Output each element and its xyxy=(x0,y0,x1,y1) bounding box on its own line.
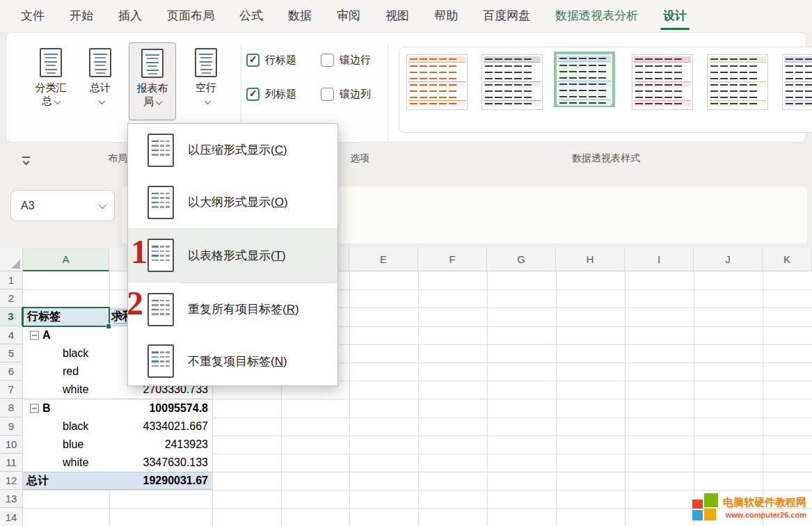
access-key: R xyxy=(287,303,295,316)
column-header-A[interactable]: A xyxy=(23,248,109,271)
ribbon-tabs: 文件开始插入页面布局公式数据审阅视图帮助百度网盘数据透视表分析设计 xyxy=(0,0,812,32)
row-header-12[interactable]: 12 xyxy=(0,472,23,490)
collapse-button[interactable] xyxy=(30,330,39,340)
column-header-E[interactable]: E xyxy=(349,248,418,271)
style-thumb-row xyxy=(709,81,766,88)
column-header-G[interactable]: G xyxy=(487,248,556,271)
tab-百度网盘[interactable]: 百度网盘 xyxy=(470,0,543,32)
pivot-row-value: 10095574.8 xyxy=(149,402,208,415)
blank-rows-button[interactable]: 空行 xyxy=(182,42,230,120)
report-layout-button[interactable]: 报表布 局 xyxy=(129,42,176,120)
row-header-5[interactable]: 5 xyxy=(0,344,23,362)
tab-页面布局[interactable]: 页面布局 xyxy=(154,0,227,32)
name-box[interactable]: A3 xyxy=(10,190,115,221)
row-header-14[interactable]: 14 xyxy=(0,508,23,526)
pivot-style-gallery xyxy=(399,47,812,133)
menu-item-label: 以表格形式显示(T) xyxy=(188,248,286,264)
active-tab-underline xyxy=(660,28,690,30)
style-thumb-row xyxy=(484,81,541,88)
menu-item-tabular-form[interactable]: 以表格形式显示(T) xyxy=(128,228,337,282)
tab-视图[interactable]: 视图 xyxy=(373,0,422,32)
style-thumb-row xyxy=(408,81,465,88)
pivot-style-pink[interactable] xyxy=(632,54,693,110)
checkbox-icon xyxy=(321,88,334,101)
report-layout-menu: 以压缩形式显示(C) 以大纲形式显示(O) 以表格形式显示(T) 重复所有项目标… xyxy=(127,123,338,386)
style-thumb-row xyxy=(484,56,541,63)
style-thumb-row xyxy=(558,87,611,93)
pivot-row-label: red xyxy=(63,365,79,378)
tab-数据[interactable]: 数据 xyxy=(276,0,324,32)
row-header-6[interactable]: 6 xyxy=(0,362,23,381)
row-header-3[interactable]: 3 xyxy=(0,308,23,326)
menu-item-do-not-repeat-item-labels[interactable]: 不重复项目标签(N) xyxy=(128,335,337,387)
tab-帮助[interactable]: 帮助 xyxy=(422,0,470,32)
style-thumb-row xyxy=(558,99,611,106)
pivot-row-总计[interactable]: 总计19290031.67 xyxy=(23,472,212,490)
chevron-down-icon xyxy=(99,200,106,208)
options-group-label: 选项 xyxy=(339,152,381,165)
row-header-10[interactable]: 10 xyxy=(0,436,23,454)
menu-item-repeat-item-labels[interactable]: 重复所有项目标签(R) xyxy=(128,283,337,335)
menu-item-outline-form[interactable]: 以大纲形式显示(O) xyxy=(128,176,337,228)
pivot-style-gray[interactable] xyxy=(481,54,543,110)
style-thumb-row xyxy=(784,69,812,75)
row-header-4[interactable]: 4 xyxy=(0,326,23,344)
minus-icon xyxy=(32,335,37,335)
formula-row: A3 xyxy=(0,182,812,248)
column-header-H[interactable]: H xyxy=(556,248,625,271)
tab-开始[interactable]: 开始 xyxy=(57,0,106,32)
annotation-step-2: 2 xyxy=(127,287,143,320)
subtotals-label: 分类汇 总 xyxy=(35,81,67,107)
chevron-down-icon xyxy=(98,97,105,104)
tab-文件[interactable]: 文件 xyxy=(8,0,57,32)
banded-rows-checkbox[interactable]: 镶边行 xyxy=(321,52,371,67)
row-header-2[interactable]: 2 xyxy=(0,289,23,308)
pivot-style-light-green[interactable] xyxy=(707,54,768,110)
access-key: T xyxy=(275,249,282,262)
style-thumb-row xyxy=(634,75,691,81)
pivot-style-light-blue[interactable] xyxy=(554,51,615,107)
collapse-button[interactable] xyxy=(30,404,39,413)
pivot-row-white[interactable]: white3347630.133 xyxy=(23,454,212,472)
row-header-7[interactable]: 7 xyxy=(0,381,23,399)
tab-设计[interactable]: 设计 xyxy=(651,0,699,32)
pivot-row-B[interactable]: B10095574.8 xyxy=(23,399,212,417)
subtotals-button[interactable]: 分类汇 总 xyxy=(27,42,74,120)
style-thumb-row xyxy=(484,69,541,75)
column-header-I[interactable]: I xyxy=(625,248,694,271)
row-header-8[interactable]: 8 xyxy=(0,399,23,417)
watermark: 电脑软硬件教程网 www.computer26.com xyxy=(691,493,806,522)
row-header-11[interactable]: 11 xyxy=(0,454,23,472)
fill-handle[interactable] xyxy=(106,324,111,329)
tab-公式[interactable]: 公式 xyxy=(227,0,276,32)
row-header-1[interactable]: 1 xyxy=(0,271,23,289)
watermark-text: 电脑软硬件教程网 www.computer26.com xyxy=(723,496,806,519)
banded-columns-checkbox[interactable]: 镶边列 xyxy=(321,86,371,102)
column-header-F[interactable]: F xyxy=(418,248,487,271)
style-thumb-row xyxy=(634,100,691,106)
style-thumb-row xyxy=(408,56,465,63)
menu-item-compact-form[interactable]: 以压缩形式显示(C) xyxy=(128,124,337,176)
tab-审阅[interactable]: 审阅 xyxy=(324,0,373,32)
column-header-J[interactable]: J xyxy=(694,248,763,271)
pivot-row-blue[interactable]: blue2413923 xyxy=(23,436,212,454)
menu-item-label: 以大纲形式显示(O) xyxy=(188,194,288,210)
column-headers-checkbox[interactable]: 列标题 xyxy=(246,86,296,102)
row-header-13[interactable]: 13 xyxy=(0,490,23,508)
pivot-style-lavender[interactable] xyxy=(782,54,812,110)
tab-数据透视表分析[interactable]: 数据透视表分析 xyxy=(543,0,651,32)
style-thumb-row xyxy=(484,100,541,106)
pivot-style-orange[interactable] xyxy=(406,54,468,110)
checkbox-icon xyxy=(321,54,334,67)
logo-square-blue xyxy=(692,510,703,520)
subtotals-icon xyxy=(40,48,62,77)
grand-totals-button[interactable]: 总计 xyxy=(77,42,124,120)
tab-插入[interactable]: 插入 xyxy=(106,0,154,32)
select-all-corner[interactable] xyxy=(0,248,23,271)
pivot-row-black[interactable]: black4334021.667 xyxy=(23,417,212,436)
row-header-9[interactable]: 9 xyxy=(0,417,23,436)
column-header-K[interactable]: K xyxy=(763,248,812,271)
watermark-logo-icon xyxy=(691,493,719,522)
row-headers-checkbox[interactable]: 行标题 xyxy=(246,52,296,67)
logo-square-green xyxy=(704,493,718,507)
